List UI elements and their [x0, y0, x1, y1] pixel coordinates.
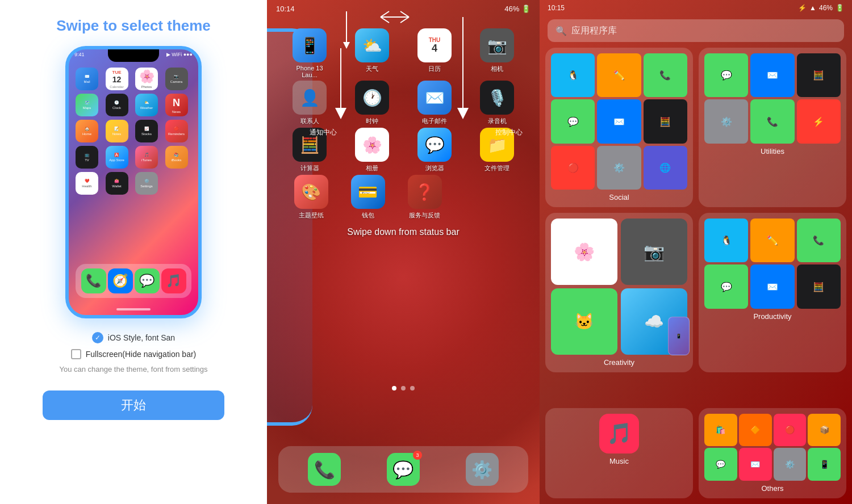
util-mail: ✉️: [750, 53, 794, 97]
dock-phone: 📞: [81, 268, 106, 293]
notification-label: 通知中心: [310, 128, 337, 137]
app-mail: ✉️ 电子邮件: [414, 81, 456, 125]
folder-music[interactable]: 🎵 Music: [545, 408, 693, 499]
dock-messages: 💬 3: [387, 453, 420, 486]
middle-apps: 📱 Phone 13 Lau... ⛅ 天气 THU 4 日历 📷 相机: [278, 28, 528, 222]
ios-style-row[interactable]: ✓ iOS Style, font San: [92, 332, 175, 343]
prod-phone: 📞: [797, 219, 841, 262]
app-icon-photos: 🌸 Photos: [135, 68, 158, 90]
dock-settings: ⚙️: [466, 453, 499, 486]
search-bar[interactable]: 🔍 应用程序库: [548, 19, 844, 42]
search-placeholder: 应用程序库: [571, 25, 617, 37]
right-status-icons: ⚡ ▲ 46% 🔋: [798, 4, 844, 12]
app-icon-wallet: 👛 Wallet: [106, 172, 128, 195]
phone-preview: 9:41 ▶ WiFi ●●● ✉️ Mail TUE 12 Calendar …: [65, 46, 202, 318]
social-icon-settings: ⚙️: [597, 146, 641, 190]
productivity-label: Productivity: [704, 312, 841, 321]
dock-messages: 💬: [135, 268, 160, 293]
social-icon-extra1: 🔴: [551, 146, 595, 190]
phone-dock: 📞 🧭 💬 🎵: [76, 264, 191, 298]
social-icon-qq: 🐧: [551, 53, 595, 97]
creativity-miao: 🐱: [551, 288, 617, 355]
app-icon-appstore: 🅰️ App Store: [106, 146, 128, 169]
app-icon-settings: ⚙️ Settings: [135, 172, 158, 195]
app-icon-news: N News: [165, 94, 188, 116]
creativity-camera: 📷: [621, 219, 687, 285]
home-indicator: [116, 308, 151, 310]
middle-panel: 10:14 46% 🔋 通知中心 控制中心 📱: [267, 0, 540, 504]
app-phone13: 📱 Phone 13 Lau...: [289, 28, 331, 78]
theme-title: Swipe to select theme: [56, 17, 211, 35]
right-time: 10:15: [548, 4, 565, 12]
fullscreen-checkbox[interactable]: [71, 349, 81, 359]
app-weather: ⛅ 天气: [351, 28, 394, 78]
prod-mail: ✉️: [750, 264, 794, 308]
music-label: Music: [551, 457, 687, 465]
app-feedback: ❓ 服务与反馈: [403, 175, 446, 220]
battery-text: 46%: [819, 4, 833, 12]
wifi-icon: ▲: [809, 4, 816, 12]
others-phone2: 📱: [808, 448, 841, 481]
util-settings: ⚙️: [704, 99, 748, 143]
app-icon-tv: 📺 TV: [76, 146, 98, 169]
dock-music: 🎵: [161, 268, 186, 293]
dot-2: [401, 386, 406, 390]
creativity-label: Creativity: [551, 358, 687, 367]
social-icon-calc: 🧮: [644, 99, 687, 143]
hint-text: You can change the theme, font from sett…: [59, 365, 207, 373]
prod-calc: 🧮: [797, 264, 841, 308]
folder-others[interactable]: 🛍️ 🔶 🔴 📦 💬 ✉️ ⚙️ 📱 Others: [699, 408, 846, 499]
app-icon-calendar: TUE 12 Calendar: [106, 68, 128, 90]
prod-qq: 🐧: [704, 219, 748, 262]
app-recorder: 🎙️ 录音机: [476, 81, 519, 125]
app-icon-health: ❤️ Health: [76, 172, 98, 195]
social-icon-messages: 💬: [551, 99, 595, 143]
app-icon-camera: 📷 Camera: [165, 68, 188, 90]
others-box: 📦: [808, 414, 841, 447]
page-dots: [267, 386, 540, 390]
music-icon: 🎵: [599, 414, 639, 453]
dock-phone: 📞: [308, 453, 341, 486]
fullscreen-row[interactable]: Fullscreen(Hide navigation bar): [71, 349, 197, 359]
middle-battery: 46% 🔋: [504, 5, 531, 13]
middle-dock: 📞 💬 3 ⚙️: [278, 446, 528, 493]
social-icons: 🐧 ✏️ 📞 💬 ✉️ 🧮 🔴 ⚙️ 🌐: [551, 53, 687, 190]
others-mi: 🔶: [739, 414, 772, 447]
control-label: 控制中心: [495, 128, 523, 137]
fullscreen-label: Fullscreen(Hide navigation bar): [86, 350, 197, 359]
left-panel: Swipe to select theme 9:41 ▶ WiFi ●●● ✉️…: [0, 0, 267, 504]
creativity-photos: 🌸: [551, 219, 617, 285]
folder-utilities[interactable]: 💬 ✉️ 🧮 ⚙️ 📞 ⚡ Utilities: [699, 48, 846, 207]
app-wallet: 💳 钱包: [346, 175, 389, 220]
bottom-folders: 🎵 Music 🛍️ 🔶 🔴 📦 💬 ✉️ ⚙️ 📱 Others: [545, 408, 846, 499]
app-browser: 💬 浏览器: [414, 128, 456, 173]
apps-row-1: 📱 Phone 13 Lau... ⛅ 天气 THU 4 日历 📷 相机: [278, 28, 528, 78]
status-icons: ▶ WiFi ●●●: [166, 52, 193, 57]
creativity-phone-preview: 📱: [668, 317, 690, 355]
folder-social[interactable]: 🐧 ✏️ 📞 💬 ✉️ 🧮 🔴 ⚙️ 🌐 Social: [545, 48, 693, 207]
app-icon-clock: 🕐 Clock: [106, 94, 128, 116]
folder-productivity[interactable]: 🐧 ✏️ 📞 💬 ✉️ 🧮 Productivity: [699, 213, 846, 372]
folder-creativity[interactable]: 🌸 📷 🐱 ☁️ 📱 Creativity: [545, 213, 693, 372]
phone-status-bar: 9:41 ▶ WiFi ●●●: [74, 52, 193, 57]
ios-style-label: iOS Style, font San: [108, 333, 175, 342]
others-icons: 🛍️ 🔶 🔴 📦 💬 ✉️ ⚙️ 📱: [704, 414, 841, 481]
util-messages: 💬: [704, 53, 748, 97]
folders-grid: 🐧 ✏️ 📞 💬 ✉️ 🧮 🔴 ⚙️ 🌐 Social 💬 ✉️ 🧮 ⚙️ 📞 …: [545, 48, 846, 372]
others-shop: 🛍️: [704, 414, 737, 447]
apps-row-4: 🎨 主题壁纸 💳 钱包 ❓ 服务与反馈: [278, 175, 528, 220]
social-icon-phone: 📞: [644, 53, 687, 97]
message-badge: 3: [413, 451, 422, 460]
app-icon-maps: 🗺️ Maps: [76, 94, 98, 116]
start-button[interactable]: 开始: [43, 390, 224, 420]
search-icon: 🔍: [556, 26, 567, 36]
app-theme: 🎨 主题壁纸: [290, 175, 332, 220]
prod-messages: 💬: [704, 264, 748, 308]
util-phone: 📞: [750, 99, 794, 143]
social-icon-pages: ✏️: [597, 53, 641, 97]
middle-time: 10:14: [276, 5, 295, 13]
others-set2: ⚙️: [774, 448, 807, 481]
app-clock: 🕐 时钟: [351, 81, 394, 125]
right-panel: 10:15 ⚡ ▲ 46% 🔋 🔍 应用程序库 🐧 ✏️ 📞 💬 ✉️ 🧮 🔴 …: [540, 0, 852, 504]
others-red: 🔴: [774, 414, 807, 447]
